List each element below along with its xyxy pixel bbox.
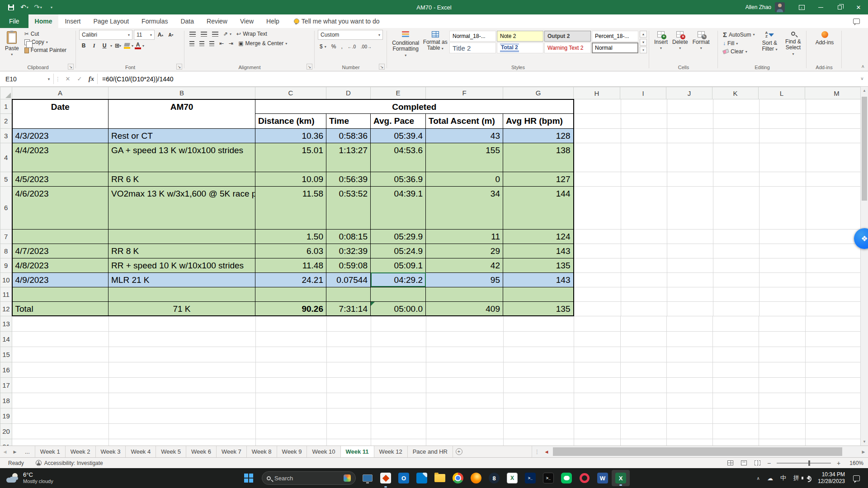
cell-b8[interactable]: RR 8 K [108, 244, 255, 258]
sort-filter-button[interactable]: AZ Sort & Filter ▾ [759, 30, 780, 63]
cell-b7[interactable] [108, 229, 255, 244]
row-header-7[interactable]: 7 [0, 229, 12, 244]
hscroll-left-button[interactable]: ◀ [542, 450, 551, 454]
cell-f11[interactable] [426, 287, 503, 301]
cell-f8[interactable]: 29 [426, 244, 503, 258]
delete-button[interactable]: × Delete ▾ [670, 30, 690, 63]
cell-e12[interactable]: 05:00.0 [371, 301, 426, 316]
column-header-a[interactable]: A [12, 87, 108, 99]
column-header-i[interactable]: I [620, 87, 666, 99]
redo-button[interactable]: ↷▾ [32, 0, 44, 14]
bold-button[interactable]: B [79, 41, 88, 50]
cell-a1-date-header[interactable]: Date [12, 99, 108, 129]
cell-c12[interactable]: 90.26 [255, 301, 326, 316]
font-color-caret[interactable]: ▾ [142, 44, 144, 48]
align-left-button[interactable] [188, 40, 196, 47]
copy-button[interactable]: Copy▾ [23, 38, 68, 46]
fill-button[interactable]: ↓Fill▾ [721, 39, 756, 47]
empty-cells[interactable] [574, 143, 868, 172]
row-header-18[interactable]: 18 [0, 393, 12, 408]
hscroll-right-button[interactable]: ▶ [859, 450, 868, 454]
cell-a11[interactable] [12, 287, 108, 301]
cell-f9[interactable]: 42 [426, 258, 503, 272]
wrap-text-button[interactable]: ↩Wrap Text [235, 30, 269, 38]
zoom-slider-thumb[interactable] [808, 460, 810, 466]
ime-indicator[interactable]: 拼 [790, 468, 803, 488]
vertical-scrollbar[interactable]: ▲ ▼ [860, 87, 868, 446]
cell-f12[interactable]: 409 [426, 301, 503, 316]
cell-e11[interactable] [371, 287, 426, 301]
scroll-down-button[interactable]: ▼ [861, 438, 868, 446]
collapse-ribbon-button[interactable]: ˄ [862, 64, 864, 69]
zoom-out-button[interactable]: − [765, 460, 773, 467]
cell-c8[interactable]: 6.03 [255, 244, 326, 258]
close-button[interactable]: ✕ [849, 0, 868, 14]
cell-g4[interactable]: 138 [503, 143, 574, 172]
cell-e7[interactable]: 05:29.9 [371, 229, 426, 244]
cell-c1-completed-header[interactable]: Completed [255, 99, 574, 114]
empty-cells[interactable] [574, 272, 868, 287]
column-header-e[interactable]: E [371, 87, 426, 99]
align-top-button[interactable] [188, 31, 198, 38]
customize-qat-button[interactable]: ▾ [45, 0, 58, 14]
row-header-5[interactable]: 5 [0, 172, 12, 186]
row-header-20[interactable]: 20 [0, 423, 12, 439]
new-sheet-button[interactable]: + [453, 446, 465, 457]
sheet-tab-week-2[interactable]: Week 2 [66, 446, 96, 457]
style-chip-percent-18[interactable]: Percent_18-... [592, 31, 638, 42]
underline-dropdown-icon[interactable]: ▾ [110, 44, 112, 48]
taskbar-app-excel-active[interactable]: X [612, 470, 630, 486]
empty-cells[interactable] [12, 316, 868, 331]
font-color-button[interactable]: A [135, 42, 141, 49]
sheet-tab-week-7[interactable]: Week 7 [217, 446, 247, 457]
sheet-tab-week-12[interactable]: Week 12 [374, 446, 408, 457]
format-button[interactable]: ✎ Format ▾ [691, 30, 712, 63]
fill-color-button[interactable] [124, 43, 130, 49]
sheet-tab-week-6[interactable]: Week 6 [186, 446, 217, 457]
cell-c3[interactable]: 10.36 [255, 128, 326, 143]
cell-d4[interactable]: 1:13:27 [326, 143, 371, 172]
decrease-indent-button[interactable]: ⇤ [217, 39, 226, 47]
notification-button[interactable] [849, 468, 863, 488]
column-header-l[interactable]: L [759, 87, 805, 99]
minimize-button[interactable] [811, 0, 830, 14]
sheet-tab-week-8[interactable]: Week 8 [247, 446, 277, 457]
cell-e2[interactable]: Avg. Pace [371, 113, 426, 128]
increase-indent-button[interactable]: ⇥ [227, 39, 235, 47]
user-name[interactable]: Allen Zhao [745, 4, 771, 10]
column-header-h[interactable]: H [574, 87, 620, 99]
cancel-formula-button[interactable]: ✕ [62, 71, 74, 86]
save-button[interactable] [5, 0, 17, 14]
column-header-m[interactable]: M [805, 87, 868, 99]
cell-b9[interactable]: RR + speed 10 K w/10x100 strides [108, 258, 255, 272]
insert-button[interactable]: + Insert ▾ [652, 30, 670, 63]
view-page-break-button[interactable] [751, 459, 763, 468]
enter-formula-button[interactable]: ✓ [74, 71, 85, 86]
cell-g7[interactable]: 124 [503, 229, 574, 244]
clock[interactable]: 10:34 PM 12/28/2023 [813, 471, 849, 485]
row-header-21[interactable]: 21 [0, 439, 12, 446]
zoom-slider[interactable] [777, 463, 831, 464]
sheet-tab-week-3[interactable]: Week 3 [96, 446, 126, 457]
cell-f5[interactable]: 0 [426, 172, 503, 186]
tab-help[interactable]: Help [260, 14, 286, 28]
taskbar-app-firefox[interactable] [467, 468, 485, 488]
cell-d2[interactable]: Time [326, 113, 371, 128]
cell-f6[interactable]: 34 [426, 186, 503, 229]
align-bottom-button[interactable] [210, 31, 220, 38]
cell-e6[interactable]: 04:39.1 [371, 186, 426, 229]
sheet-nav-left-button[interactable]: ◀ [0, 446, 10, 457]
taskbar-app-wechat[interactable] [557, 468, 576, 488]
undo-button[interactable]: ↶▾ [18, 0, 31, 14]
formula-input[interactable]: =60/(C10/(D10*24))/1440 [98, 71, 856, 86]
empty-cells[interactable] [574, 229, 868, 244]
cell-b5[interactable]: RR 6 K [108, 172, 255, 186]
empty-cells[interactable] [574, 172, 868, 186]
cell-b3[interactable]: Rest or CT [108, 128, 255, 143]
cell-e8[interactable]: 05:24.9 [371, 244, 426, 258]
empty-cells[interactable] [12, 377, 868, 393]
cell-g3[interactable]: 128 [503, 128, 574, 143]
taskbar-app-terminal[interactable]: >_ [539, 468, 557, 488]
ribbon-display-options-button[interactable]: ^ [792, 0, 811, 14]
sheet-tab-week-4[interactable]: Week 4 [126, 446, 156, 457]
